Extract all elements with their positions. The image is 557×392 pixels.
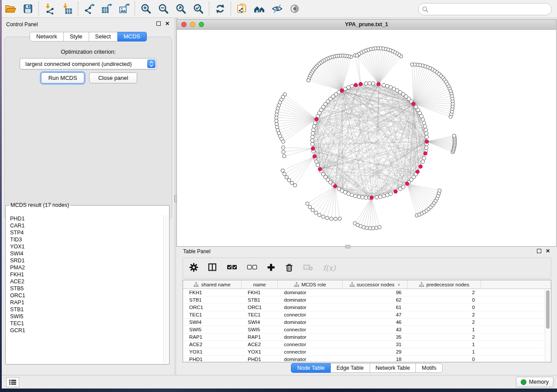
export-table-button[interactable] — [98, 1, 115, 16]
network-graph-canvas[interactable] — [177, 30, 556, 247]
table-row[interactable]: SWI5 SWI5 connector 43 1 — [183, 326, 551, 334]
save-icon — [22, 3, 34, 14]
column-header-predecessor-nodes[interactable]: predecessor nodes — [408, 280, 481, 289]
toolbar-separator — [38, 2, 39, 16]
table-toolbar: f(x) — [183, 258, 551, 279]
table-settings-button[interactable] — [189, 263, 198, 274]
trash-icon — [285, 263, 294, 272]
table-row[interactable]: TEC1 TEC1 connector 47 2 — [183, 311, 551, 319]
import-table-button[interactable] — [59, 1, 76, 16]
tab-edge-table[interactable]: Edge Table — [331, 363, 370, 373]
run-mcds-button[interactable]: Run MCDS — [41, 72, 84, 83]
optimization-criterion-select[interactable]: largest connected component (undirected) — [20, 58, 157, 69]
column-header-shared-name[interactable]: shared name — [183, 280, 242, 289]
table-row[interactable]: STB1 STB1 dominator 62 0 — [183, 296, 551, 304]
maximize-window-icon[interactable] — [199, 22, 204, 27]
memory-button[interactable]: Memory — [516, 377, 554, 387]
home-button[interactable] — [251, 1, 268, 16]
select-all-button[interactable] — [227, 264, 237, 272]
mcds-result-item[interactable]: ACE2 — [7, 278, 163, 285]
table-row[interactable]: ACE2 ACE2 connector 31 1 — [183, 341, 551, 348]
import-table-icon — [62, 3, 73, 14]
zoom-fit-button[interactable] — [172, 1, 190, 16]
tab-motifs[interactable]: Motifs — [416, 363, 442, 373]
tab-network-table[interactable]: Network Table — [370, 363, 416, 373]
close-panel-button[interactable]: Close panel — [89, 72, 137, 83]
desktop-wallpaper-strip — [0, 389, 557, 392]
import-network-icon — [44, 3, 55, 14]
import-network-button[interactable] — [41, 1, 59, 16]
mcds-result-item[interactable]: RAP1 — [7, 299, 163, 306]
mcds-result-item[interactable]: SRD1 — [7, 257, 163, 264]
mcds-result-item[interactable]: FKH1 — [7, 271, 163, 278]
zoom-in-button[interactable] — [137, 1, 155, 16]
table-row[interactable]: ORC1 ORC1 dominator 61 0 — [183, 304, 551, 311]
close-panel-icon[interactable]: ✕ — [546, 249, 550, 253]
table-row[interactable]: SWI4 SWI4 dominator 46 2 — [183, 319, 551, 326]
network-window-titlebar[interactable]: YPA_prune.txt_1 — [177, 20, 556, 30]
app-window: Control Panel ✕ Network Style Select MCD… — [2, 0, 557, 389]
table-row[interactable]: PHD1 PHD1 dominator 18 0 — [183, 356, 551, 362]
table-row[interactable]: RAP1 RAP1 dominator 35 2 — [183, 334, 551, 341]
tab-node-table[interactable]: Node Table — [291, 363, 331, 373]
export-image-button[interactable] — [115, 1, 133, 16]
delete-table-button[interactable] — [303, 264, 313, 272]
task-history-button[interactable] — [6, 377, 19, 387]
float-panel-icon[interactable] — [156, 21, 161, 26]
mcds-result-item[interactable]: SWI5 — [7, 313, 163, 320]
float-panel-icon[interactable] — [537, 249, 541, 253]
mcds-result-item[interactable]: CAR1 — [7, 222, 163, 229]
mcds-result-item[interactable]: PMA2 — [7, 264, 163, 271]
tab-select[interactable]: Select — [89, 32, 118, 41]
sort-chevron-icon[interactable]: ∨ — [398, 282, 401, 287]
zoom-selected-icon — [193, 3, 204, 14]
export-network-icon — [83, 3, 95, 14]
show-details-button[interactable] — [286, 1, 303, 16]
mcds-result-item[interactable]: STB5 — [7, 285, 163, 292]
table-scrollbar[interactable] — [545, 289, 550, 361]
show-columns-button[interactable] — [208, 263, 217, 273]
column-header-mcds-role[interactable]: MCDS role — [278, 280, 343, 289]
column-header-successor-nodes[interactable]: successor nodes ∨ — [343, 280, 408, 289]
tab-network[interactable]: Network — [30, 32, 64, 41]
mcds-result-item[interactable]: ORC1 — [7, 292, 163, 299]
zoom-selected-button[interactable] — [190, 1, 207, 16]
hierarchy-icon — [419, 282, 424, 287]
delete-column-button[interactable] — [285, 263, 294, 274]
eye-slash-icon — [271, 3, 283, 14]
zoom-out-icon — [158, 3, 169, 14]
apply-layout-button[interactable] — [211, 1, 229, 16]
zoom-out-button[interactable] — [155, 1, 172, 16]
table-row[interactable]: FKH1 FKH1 dominator 96 2 — [183, 289, 551, 296]
mcds-list-scrollbar[interactable] — [163, 215, 168, 363]
mcds-result-item[interactable]: GCR1 — [7, 327, 163, 334]
export-network-button[interactable] — [80, 1, 98, 16]
function-builder-button[interactable]: f(x) — [323, 264, 336, 272]
mcds-result-item[interactable]: SWI4 — [7, 250, 163, 257]
mcds-result-item[interactable]: TEC1 — [7, 320, 163, 327]
network-file-button[interactable] — [233, 1, 251, 16]
tab-mcds[interactable]: MCDS — [118, 32, 147, 41]
column-header-name[interactable]: name — [242, 280, 278, 289]
mcds-result-item[interactable]: YOX1 — [7, 243, 163, 250]
hide-details-button[interactable] — [268, 1, 286, 16]
table-row[interactable]: YOX1 YOX1 connector 29 1 — [183, 348, 551, 356]
close-panel-icon[interactable]: ✕ — [165, 22, 170, 25]
save-session-button[interactable] — [19, 1, 37, 16]
mcds-result-item[interactable]: PHD1 — [7, 215, 163, 222]
mcds-result-item[interactable]: STB1 — [7, 306, 163, 313]
minimize-window-icon[interactable] — [190, 22, 195, 27]
mcds-result-item[interactable]: TID3 — [7, 236, 163, 243]
mcds-result-item[interactable]: STP4 — [7, 229, 163, 236]
search-input[interactable] — [431, 6, 548, 13]
open-session-button[interactable] — [2, 1, 19, 16]
control-panel-tabs: Network Style Select MCDS — [2, 32, 175, 41]
add-column-button[interactable] — [267, 263, 275, 273]
horizontal-splitter-handle[interactable] — [345, 245, 350, 248]
deselect-all-button[interactable] — [247, 264, 257, 272]
table-scrollbar-thumb[interactable] — [546, 290, 550, 329]
open-folder-icon — [5, 3, 17, 14]
close-window-icon[interactable] — [181, 22, 187, 27]
tab-style[interactable]: Style — [64, 32, 89, 41]
toolbar-separator — [78, 2, 79, 16]
